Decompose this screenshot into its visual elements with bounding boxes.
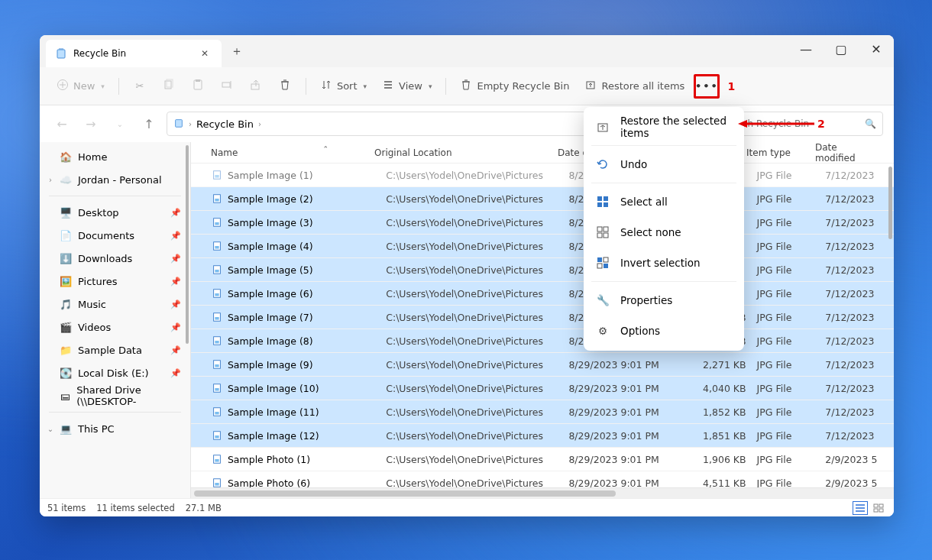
tab-close-button[interactable]: ✕ xyxy=(197,48,212,59)
cell-name: Sample Photo (1) xyxy=(228,454,386,465)
chevron-right-icon[interactable]: › xyxy=(46,176,55,184)
cut-button[interactable]: ✂ xyxy=(127,74,153,99)
nav-music[interactable]: 🎵Music📌 xyxy=(40,293,190,316)
cell-location: C:\Users\Yodel\OneDrive\Pictures xyxy=(386,193,568,205)
rename-button[interactable] xyxy=(214,74,240,99)
file-row[interactable]: Sample Image (4)C:\Users\Yodel\OneDrive\… xyxy=(191,235,894,258)
view-button[interactable]: View ▾ xyxy=(376,74,438,99)
annotation-2: 2 xyxy=(817,118,825,130)
share-button[interactable] xyxy=(243,74,269,99)
file-row[interactable]: Sample Image (6)C:\Users\Yodel\OneDrive\… xyxy=(191,282,894,306)
maximize-button[interactable]: ▢ xyxy=(824,35,859,63)
nav-pictures[interactable]: 🖼️Pictures📌 xyxy=(40,270,190,293)
nav-downloads[interactable]: ⬇️Downloads📌 xyxy=(40,247,190,270)
new-button[interactable]: New ▾ xyxy=(50,74,111,99)
new-tab-button[interactable]: ＋ xyxy=(225,39,249,63)
horizontal-scrollbar[interactable] xyxy=(191,487,894,498)
details-view-button[interactable] xyxy=(853,501,868,515)
cell-modified: 7/12/2023 xyxy=(825,312,894,323)
file-icon xyxy=(211,358,223,371)
file-row[interactable]: Sample Photo (1)C:\Users\Yodel\OneDrive\… xyxy=(191,448,894,471)
pc-icon: 💻 xyxy=(60,422,72,435)
search-icon[interactable]: 🔍 xyxy=(865,118,876,129)
ctx-undo[interactable]: Undo xyxy=(584,149,744,180)
ctx-invert-selection[interactable]: Invert selection xyxy=(584,248,744,278)
sort-button[interactable]: Sort ▾ xyxy=(314,74,373,99)
breadcrumb-item[interactable]: Recycle Bin xyxy=(196,118,254,130)
file-icon xyxy=(211,311,223,323)
scrollbar-thumb[interactable] xyxy=(888,167,892,239)
file-icon xyxy=(211,453,223,465)
svg-rect-0 xyxy=(57,50,65,58)
file-row[interactable]: Sample Image (10)C:\Users\Yodel\OneDrive… xyxy=(191,377,894,400)
cell-location: C:\Users\Yodel\OneDrive\Pictures xyxy=(386,430,568,442)
file-row[interactable]: Sample Photo (6)C:\Users\Yodel\OneDrive\… xyxy=(191,471,894,487)
close-button[interactable]: ✕ xyxy=(859,35,894,63)
col-name[interactable]: Name⌃ xyxy=(211,147,374,158)
chevron-down-icon: ▾ xyxy=(364,83,367,90)
ctx-select-all[interactable]: Select all xyxy=(584,186,744,217)
nav-this-pc[interactable]: ⌄💻This PC xyxy=(40,417,190,440)
cell-location: C:\Users\Yodel\OneDrive\Pictures xyxy=(386,264,568,276)
cell-name: Sample Image (1) xyxy=(228,170,386,181)
scissors-icon: ✂ xyxy=(135,80,144,92)
col-location[interactable]: Original Location xyxy=(374,147,558,158)
cell-date-deleted: 8/29/2023 9:01 PM xyxy=(568,383,699,394)
ctx-restore-selected[interactable]: Restore the selected items xyxy=(584,112,744,142)
copy-button[interactable] xyxy=(156,74,182,99)
chevron-down-icon[interactable]: ⌄ xyxy=(46,425,55,433)
restore-all-button[interactable]: Restore all items xyxy=(578,74,691,99)
desktop-icon: 🖥️ xyxy=(60,206,72,218)
file-row[interactable]: Sample Image (8)C:\Users\Yodel\OneDrive\… xyxy=(191,329,894,353)
nav-desktop[interactable]: 🖥️Desktop📌 xyxy=(40,201,190,224)
minimize-button[interactable]: — xyxy=(788,35,824,63)
recent-button[interactable]: ⌄ xyxy=(108,112,131,135)
svg-rect-39 xyxy=(879,504,883,507)
delete-button[interactable] xyxy=(272,74,298,99)
svg-rect-48 xyxy=(604,227,608,231)
ctx-select-none[interactable]: Select none xyxy=(584,217,744,248)
svg-rect-21 xyxy=(215,293,218,296)
file-row[interactable]: Sample Image (12)C:\Users\Yodel\OneDrive… xyxy=(191,424,894,448)
tab-recycle-bin[interactable]: Recycle Bin ✕ xyxy=(46,40,222,67)
file-row[interactable]: Sample Image (11)C:\Users\Yodel\OneDrive… xyxy=(191,400,894,424)
cell-location: C:\Users\Yodel\OneDrive\Pictures xyxy=(386,335,568,347)
svg-rect-43 xyxy=(597,196,602,201)
file-icon xyxy=(211,264,223,276)
sort-icon xyxy=(320,79,332,93)
thumbnails-view-button[interactable] xyxy=(871,501,886,515)
file-row[interactable]: Sample Image (7)C:\Users\Yodel\OneDrive\… xyxy=(191,306,894,329)
col-type[interactable]: Item type xyxy=(746,147,815,158)
nav-local-disk[interactable]: 💽Local Disk (E:)📌 xyxy=(40,361,190,384)
chevron-right-icon: › xyxy=(258,120,261,128)
back-button[interactable]: ← xyxy=(50,112,73,135)
ctx-options[interactable]: ⚙Options xyxy=(584,316,744,346)
svg-marker-56 xyxy=(738,120,747,128)
up-button[interactable]: ↑ xyxy=(138,112,160,135)
nav-documents[interactable]: 📄Documents📌 xyxy=(40,224,190,247)
more-button[interactable]: ••• xyxy=(694,74,720,99)
nav-shared-drive[interactable]: 🖴Shared Drive (\\DESKTOP- xyxy=(40,384,190,407)
col-modified[interactable]: Date modified xyxy=(815,142,884,163)
forward-button[interactable]: → xyxy=(79,112,102,135)
nav-home[interactable]: 🏠Home xyxy=(40,145,190,168)
file-row[interactable]: Sample Image (9)C:\Users\Yodel\OneDrive\… xyxy=(191,353,894,377)
scrollbar-thumb[interactable] xyxy=(186,145,189,344)
window-controls: — ▢ ✕ xyxy=(788,35,894,63)
scrollbar-thumb[interactable] xyxy=(194,490,616,497)
ctx-properties[interactable]: 🔧Properties xyxy=(584,285,744,316)
file-row[interactable]: Sample Image (3)C:\Users\Yodel\OneDrive\… xyxy=(191,211,894,235)
cell-type: JPG File xyxy=(757,288,826,299)
file-row[interactable]: Sample Image (2)C:\Users\Yodel\OneDrive\… xyxy=(191,187,894,211)
nav-videos[interactable]: 🎬Videos📌 xyxy=(40,316,190,338)
file-row[interactable]: Sample Image (1)C:\Users\Yodel\OneDrive\… xyxy=(191,163,894,187)
svg-rect-44 xyxy=(604,196,608,201)
cloud-icon: ☁️ xyxy=(60,173,72,186)
empty-recycle-bin-button[interactable]: Empty Recycle Bin xyxy=(454,74,575,99)
paste-button[interactable] xyxy=(185,74,211,99)
sort-asc-icon: ⌃ xyxy=(322,145,328,153)
nav-personal[interactable]: ›☁️Jordan - Personal xyxy=(40,168,190,191)
cell-modified: 7/12/2023 xyxy=(825,430,894,442)
nav-sample-data[interactable]: 📁Sample Data📌 xyxy=(40,338,190,361)
file-row[interactable]: Sample Image (5)C:\Users\Yodel\OneDrive\… xyxy=(191,258,894,282)
